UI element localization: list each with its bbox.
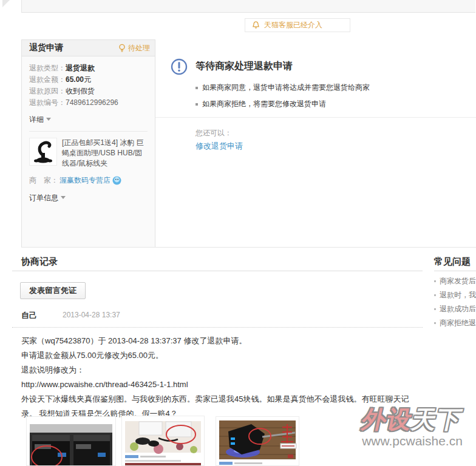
seller-row: 商 家： 渥赢数码专营店 <box>29 175 148 186</box>
field-label: 退款原因： <box>29 87 66 95</box>
refund-request-panel: 退货申请 待处理 退款类型：退货退款 退款金额：65.00元 退款原因：收到假货 <box>21 39 155 248</box>
square-bullet-icon <box>195 87 198 89</box>
negotiation-title: 协商记录 <box>21 256 58 268</box>
info-circle-icon <box>171 58 188 75</box>
refund-amount-row: 退款金额：65.00元 <box>29 74 148 86</box>
product-summary: [正品包邮买1送4] 冰豹 巨蝎桌面助理/USB HUB/固线器/鼠标线夹 <box>29 138 148 169</box>
seller-label: 商 家： <box>29 175 58 186</box>
message-url-line: http://www.pcwaishe.cn/thread-463425-1-1… <box>21 377 423 392</box>
detail-toggle-label: 详细 <box>29 115 44 124</box>
top-bar <box>21 0 475 13</box>
faq-item[interactable]: 退款成功后 <box>434 302 476 316</box>
section-divider <box>21 247 476 248</box>
dotted-divider <box>12 327 423 328</box>
corner-triangle <box>2 0 10 7</box>
chevron-down-icon <box>46 118 51 121</box>
refund-detail-page: 天猫客服已经介入 退货申请 待处理 退款类型：退货退款 退款金额：65.00元 <box>0 0 476 466</box>
refund-number-row: 退款编号：7489612996296 <box>29 97 148 109</box>
refund-type-value: 退货退款 <box>66 64 95 72</box>
refund-reason-value: 收到假货 <box>66 87 95 95</box>
pcwaishe-watermark: 外设天下 www.pcwaishe.cn <box>348 405 476 448</box>
status-badge: 待处理 <box>118 43 150 53</box>
more-options-label: 您还可以： <box>195 128 232 138</box>
watermark-url: www.pcwaishe.cn <box>348 434 476 448</box>
refund-panel-body: 退款类型：退货退款 退款金额：65.00元 退款原因：收到假货 退款编号：748… <box>22 56 155 203</box>
faq-item-label: 退款时，我 <box>440 288 476 302</box>
chevron-down-icon <box>61 196 66 199</box>
bullet-text: 如果商家拒绝，将需要您修改退货申请 <box>202 96 326 112</box>
status-bullet-list: 如果商家同意，退货申请将达成并需要您退货给商家 如果商家拒绝，将需要您修改退货申… <box>195 79 370 112</box>
square-bullet-icon <box>434 308 436 310</box>
evidence-image-3[interactable] <box>216 416 299 466</box>
modify-return-request-link[interactable]: 修改退货申请 <box>195 141 243 152</box>
status-bullet-item: 如果商家拒绝，将需要您修改退货申请 <box>195 96 370 112</box>
faq-title-border <box>434 271 476 271</box>
faq-list: 商家发货后 退款时，我 退款成功后 商家拒绝退 <box>434 274 476 330</box>
evidence-photo-package <box>122 416 204 465</box>
negotiation-title-border <box>12 271 423 271</box>
refund-amount-value: 65.00 <box>66 75 84 84</box>
wangwang-icon[interactable] <box>112 176 121 185</box>
watermark-brand-first: 外设 <box>359 406 415 433</box>
order-info-label: 订单信息 <box>29 194 58 202</box>
refund-number-value: 7489612996296 <box>66 98 118 107</box>
faq-item-label: 商家发货后 <box>440 274 476 288</box>
waiting-status-title: 等待商家处理退款申请 <box>195 60 293 73</box>
seller-link[interactable]: 渥赢数码专营店 <box>59 175 110 186</box>
product-title[interactable]: [正品包邮买1送4] 冰豹 巨蝎桌面助理/USB HUB/固线器/鼠标线夹 <box>62 138 148 169</box>
watermark-brand-second: 天下 <box>409 406 464 433</box>
refund-panel-header: 退货申请 待处理 <box>22 40 155 56</box>
bell-icon <box>251 21 260 30</box>
panel-divider <box>29 131 148 132</box>
evidence-photo-boxes <box>27 417 115 465</box>
order-info-toggle[interactable]: 订单信息 <box>29 193 148 203</box>
message-line: 申请退款金额从75.00元修改为65.00元。 <box>21 348 423 363</box>
message-author: 自己 <box>21 310 37 321</box>
square-bullet-icon <box>434 322 436 324</box>
status-divider <box>155 117 476 118</box>
field-label: 退款编号： <box>29 98 66 107</box>
field-label: 退款类型： <box>29 64 66 72</box>
square-bullet-icon <box>434 294 436 296</box>
status-bullet-item: 如果商家同意，退货申请将达成并需要您退货给商家 <box>195 79 370 96</box>
faq-title: 常见问题 <box>434 256 471 268</box>
lightbulb-icon <box>118 44 126 53</box>
post-message-button[interactable]: 发表留言凭证 <box>20 282 86 299</box>
faq-item[interactable]: 退款时，我 <box>434 288 476 302</box>
detail-toggle[interactable]: 详细 <box>29 115 51 125</box>
message-line: 买家（wq75423870）于 2013-04-28 13:37:37 修改了退… <box>21 334 423 348</box>
refund-type-row: 退款类型：退货退款 <box>29 62 148 74</box>
status-label: 待处理 <box>128 43 150 53</box>
evidence-image-1[interactable] <box>26 416 116 466</box>
square-bullet-icon <box>195 103 198 106</box>
message-line: 退款说明修改为： <box>21 363 423 377</box>
refund-panel-title: 退货申请 <box>29 42 63 53</box>
refund-amount-unit: 元 <box>84 75 91 84</box>
product-image[interactable] <box>29 138 57 166</box>
evidence-image-2[interactable] <box>121 416 205 466</box>
faq-item[interactable]: 商家拒绝退 <box>434 316 476 330</box>
faq-item-label: 退款成功后 <box>440 302 476 316</box>
evidence-photo-device <box>216 417 299 465</box>
message-timestamp: 2013-04-28 13:37 <box>63 311 120 319</box>
mouse-bungee-picture <box>30 138 56 165</box>
faq-item[interactable]: 商家发货后 <box>434 274 476 288</box>
watermark-brand: 外设天下 <box>359 405 465 433</box>
faq-item-label: 商家拒绝退 <box>440 316 476 330</box>
bullet-text: 如果商家同意，退货申请将达成并需要您退货给商家 <box>202 79 370 96</box>
square-bullet-icon <box>434 280 436 282</box>
refund-reason-row: 退款原因：收到假货 <box>29 86 148 97</box>
tmall-intervention-notice[interactable]: 天猫客服已经介入 <box>245 18 350 32</box>
field-label: 退款金额： <box>29 75 66 84</box>
notice-text: 天猫客服已经介入 <box>264 20 322 30</box>
